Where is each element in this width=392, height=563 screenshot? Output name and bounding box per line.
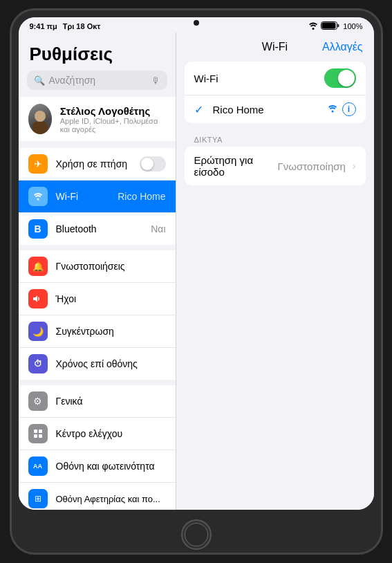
battery-percent: 100% (343, 22, 362, 30)
sidebar-item-display[interactable]: AA Οθόνη και φωτεινότητα (19, 450, 176, 483)
notifications-label: Γνωστοποιήσεις (56, 261, 166, 272)
search-icon: 🔍 (34, 75, 45, 86)
bluetooth-label: Bluetooth (56, 223, 143, 234)
wifi-card: Wi-Fi ✓ Rico Home (185, 62, 366, 123)
general-icon: ⚙ (28, 391, 48, 411)
chevron-icon: › (353, 160, 356, 172)
panel-title: Wi-Fi (262, 41, 288, 53)
svg-rect-6 (34, 434, 37, 438)
sidebar-item-controlcenter[interactable]: Κέντρο ελέγχου (19, 418, 176, 450)
wifi-toggle-row: Wi-Fi (185, 62, 366, 95)
general-label: Γενικά (56, 396, 166, 407)
wifi-checkmark: ✓ (194, 103, 203, 116)
user-name: Στέλιος Λογοθέτης (60, 105, 166, 117)
ipad-device: 9:41 πμ Τρι 18 Οκτ (10, 8, 383, 555)
wifi-icon (28, 187, 48, 206)
sidebar-item-bluetooth[interactable]: B Bluetooth Ναι (19, 213, 176, 245)
user-subtitle: Apple ID, iCloud+, Πολυμέσα και αγορές (60, 117, 166, 133)
network-card: Ερώτηση για είσοδο Γνωστοποίηση › (185, 147, 366, 185)
sidebar-item-airplane[interactable]: ✈ Χρήση σε πτήση (19, 148, 176, 181)
general-section: ⚙ Γενικά Κέντρο ελέγχου (19, 385, 176, 510)
sidebar: Ρυθμίσεις 🔍 Αναζήτηση 🎙 (19, 33, 176, 510)
bluetooth-status: Ναι (151, 223, 165, 234)
homescreen-icon: ⊞ (28, 489, 48, 508)
battery-status (321, 21, 340, 31)
search-placeholder[interactable]: Αναζήτηση (49, 75, 147, 86)
right-panel: Wi-Fi Αλλαγές Wi-Fi ✓ Rico H (176, 33, 374, 510)
svg-rect-5 (39, 430, 42, 433)
airplane-label: Χρήση σε πτήση (56, 158, 131, 169)
connectivity-section: ✈ Χρήση σε πτήση (19, 148, 176, 245)
airplane-icon: ✈ (28, 154, 48, 174)
networks-section: ΔΙΚΤΥΑ Ερώτηση για είσοδο Γνωστοποίηση › (176, 126, 374, 185)
controlcenter-label: Κέντρο ελέγχου (56, 428, 166, 439)
sounds-label: Ήχοι (56, 293, 166, 304)
wifi-signal-icon (327, 103, 338, 116)
wifi-info-button[interactable]: i (342, 102, 356, 116)
search-bar[interactable]: 🔍 Αναζήτηση 🎙 (27, 71, 167, 90)
bluetooth-icon: B (28, 219, 48, 239)
svg-rect-4 (34, 430, 37, 433)
svg-point-3 (37, 199, 39, 201)
wifi-label: Wi-Fi (56, 191, 110, 202)
sidebar-item-focus[interactable]: 🌙 Συγκέντρωση (19, 315, 176, 348)
sidebar-item-wifi[interactable]: Wi-Fi Rico Home (19, 181, 176, 213)
user-info: Στέλιος Λογοθέτης Apple ID, iCloud+, Πολ… (60, 105, 166, 133)
sidebar-item-general[interactable]: ⚙ Γενικά (19, 385, 176, 418)
airplane-toggle[interactable] (140, 156, 166, 172)
notifications-icon: 🔔 (28, 257, 48, 276)
sidebar-item-screentime[interactable]: ⏱ Χρόνος επί οθόνης (19, 348, 176, 380)
right-header: Wi-Fi Αλλαγές (176, 33, 374, 59)
device-screen: 9:41 πμ Τρι 18 Οκτ (19, 17, 374, 510)
screentime-label: Χρόνος επί οθόνης (56, 358, 166, 369)
homescreen-label: Οθόνη Αφετηρίας και πο... (56, 494, 166, 504)
wifi-current-network: Rico Home (118, 191, 165, 202)
ask-join-value: Γνωστοποίηση (278, 160, 346, 172)
ask-join-row[interactable]: Ερώτηση για είσοδο Γνωστοποίηση › (185, 147, 366, 185)
wifi-network-name: Rico Home (213, 104, 320, 116)
avatar (28, 104, 52, 134)
controlcenter-icon (28, 424, 48, 443)
screentime-icon: ⏱ (28, 354, 48, 373)
svg-rect-2 (322, 23, 336, 29)
wifi-toggle[interactable] (324, 68, 356, 88)
wifi-toggle-label: Wi-Fi (194, 73, 317, 84)
focus-label: Συγκέντρωση (56, 326, 166, 337)
settings-title: Ρυθμίσεις (19, 33, 176, 71)
main-content: Ρυθμίσεις 🔍 Αναζήτηση 🎙 (19, 33, 374, 510)
display-icon: AA (28, 456, 48, 476)
ask-join-label: Ερώτηση για είσοδο (194, 154, 271, 178)
camera (194, 20, 199, 26)
wifi-network-row[interactable]: ✓ Rico Home i (185, 95, 366, 123)
display-label: Οθόνη και φωτεινότητα (56, 461, 166, 472)
home-button[interactable] (181, 519, 212, 550)
status-day: Τρι 18 Οκτ (63, 22, 101, 30)
svg-point-15 (331, 111, 333, 113)
sounds-icon (28, 289, 48, 308)
status-time: 9:41 πμ (30, 22, 57, 30)
action-button[interactable]: Αλλαγές (322, 41, 363, 53)
focus-icon: 🌙 (28, 322, 48, 341)
svg-rect-7 (39, 434, 42, 438)
wifi-status-icon (308, 22, 318, 31)
svg-point-0 (312, 28, 315, 30)
mic-icon: 🎙 (151, 75, 160, 86)
user-profile[interactable]: Στέλιος Λογοθέτης Apple ID, iCloud+, Πολ… (19, 97, 176, 141)
wifi-network-icons: i (327, 102, 356, 116)
home-button-inner (185, 523, 208, 546)
sidebar-item-notifications[interactable]: 🔔 Γνωστοποιήσεις (19, 250, 176, 283)
notifications-section: 🔔 Γνωστοποιήσεις Ήχοι 🌙 (19, 250, 176, 380)
sidebar-item-sounds[interactable]: Ήχοι (19, 283, 176, 315)
networks-section-label: ΔΙΚΤΥΑ (176, 126, 374, 147)
sidebar-item-homescreen[interactable]: ⊞ Οθόνη Αφετηρίας και πο... (19, 483, 176, 510)
